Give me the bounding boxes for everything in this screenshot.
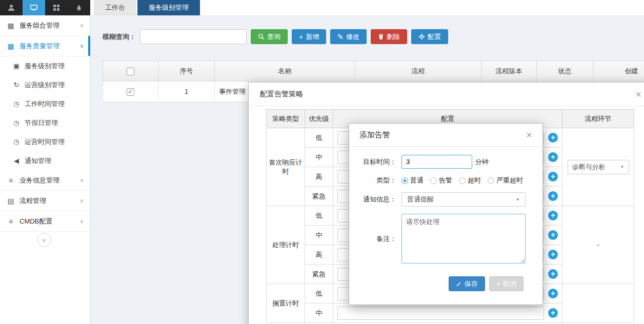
priority-cell: 低: [305, 128, 333, 148]
sidebar-item-working-time-mgmt[interactable]: ◷ 工作时间管理: [0, 94, 90, 113]
user-icon[interactable]: [0, 0, 23, 15]
add-alert-plus-icon[interactable]: +: [548, 133, 558, 143]
sidebar-collapse-button[interactable]: «: [37, 233, 51, 247]
topbar: [0, 0, 90, 15]
notify-label: 通知信息：: [359, 195, 396, 204]
menu-label: 工作时间管理: [25, 99, 65, 109]
table-header-row: 序号 名称 流程 流程版本 状态 创建: [103, 61, 644, 82]
alert-modal-body: 目标时间： 分钟 类型： 普通 告警: [349, 147, 542, 291]
radio-label: 超时: [468, 176, 481, 185]
toolbar: 模糊查询： 查询 + 新增 ✎ 修改 删除 配置: [103, 29, 448, 44]
menu-label: 节假日管理: [25, 118, 58, 128]
alert-modal-header: 添加告警 ×: [349, 124, 542, 147]
refresh-icon: ↻: [12, 81, 21, 89]
policy-header-step: 流程环节: [562, 110, 634, 128]
notify-select[interactable]: 普通提醒 ▼: [401, 192, 526, 207]
sidebar: ▦ 服务组合管理 ∨ ▦ 服务质量管理 ∨ ▣ 服务级别管理 ↻ 运营级别管理 …: [0, 15, 90, 324]
policy-group-label: 处理计时: [267, 206, 305, 284]
edit-button[interactable]: ✎ 修改: [330, 29, 367, 44]
priority-cell: 高: [305, 167, 333, 187]
sidebar-item-notification-mgmt[interactable]: ◀ 通知管理: [0, 151, 90, 170]
add-alert-plus-icon[interactable]: +: [548, 308, 558, 318]
priority-cell: 中: [305, 226, 333, 245]
add-alert-plus-icon[interactable]: +: [548, 250, 558, 259]
menu-label: 服务质量管理: [19, 42, 59, 51]
policy-group-label: 搁置计时: [267, 284, 305, 323]
tab-workbench[interactable]: 工作台: [94, 0, 136, 15]
water-drop-icon[interactable]: [68, 0, 90, 15]
close-icon: ×: [496, 280, 500, 288]
add-alert-plus-icon[interactable]: +: [548, 191, 558, 201]
sidebar-item-cmdb-config[interactable]: ≡ CMDB配置 ∨: [0, 211, 90, 232]
briefcase-icon: ▤: [6, 197, 15, 205]
header-checkbox-cell: [103, 61, 158, 82]
cancel-button[interactable]: × 取消: [489, 276, 524, 291]
radio-alert[interactable]: 告警: [430, 176, 452, 185]
target-time-input[interactable]: [401, 155, 472, 169]
tab-service-level[interactable]: 服务级别管理: [137, 0, 200, 15]
header-status: 状态: [537, 61, 593, 82]
monitor-icon[interactable]: [23, 0, 45, 15]
process-step-cell: [562, 284, 634, 323]
remark-textarea[interactable]: 请尽快处理: [401, 214, 526, 264]
add-alert-plus-icon[interactable]: +: [548, 211, 558, 220]
process-step-select[interactable]: 诊断与分析 ▼: [568, 160, 629, 174]
grid-icon: ▦: [6, 42, 15, 50]
screen-icon: ▣: [12, 62, 21, 70]
row-seq: 1: [158, 82, 215, 102]
delete-button[interactable]: 删除: [371, 29, 407, 44]
add-button[interactable]: + 新增: [292, 29, 326, 44]
policy-modal-header: 配置告警策略 ×: [249, 83, 644, 106]
alert-modal-title: 添加告警: [359, 130, 390, 140]
search-input[interactable]: [140, 29, 247, 44]
select-all-checkbox[interactable]: [127, 68, 134, 75]
menu-label: 运营级别管理: [25, 80, 65, 90]
list-icon: ≡: [6, 176, 15, 185]
sidebar-item-operation-time-mgmt[interactable]: ◷ 运营时间管理: [0, 132, 90, 151]
save-button[interactable]: ✓ 保存: [449, 276, 485, 291]
config-button[interactable]: 配置: [411, 29, 448, 44]
priority-cell: 紧急: [305, 187, 333, 206]
sidebar-item-process-mgmt[interactable]: ▤ 流程管理 ∨: [0, 191, 90, 211]
grid-icon: ▦: [6, 22, 15, 30]
header-created: 创建: [593, 61, 644, 82]
radio-severe-timeout[interactable]: 严重超时: [488, 176, 523, 185]
header-seq: 序号: [158, 61, 215, 82]
edit-button-label: 修改: [346, 32, 359, 42]
chevron-down-icon: ∨: [80, 43, 84, 49]
add-alert-plus-icon[interactable]: +: [548, 152, 558, 162]
sidebar-item-business-info[interactable]: ≡ 业务信息管理 ∨: [0, 170, 90, 191]
row-checkbox[interactable]: [127, 88, 134, 96]
sidebar-item-operation-level-mgmt[interactable]: ↻ 运营级别管理: [0, 75, 90, 94]
config-input[interactable]: [337, 307, 544, 320]
radio-label: 普通: [410, 176, 424, 185]
fuzzy-search-label: 模糊查询：: [103, 32, 136, 42]
priority-cell: 紧急: [305, 265, 333, 284]
radio-label: 严重超时: [496, 176, 523, 185]
radio-timeout[interactable]: 超时: [459, 176, 481, 185]
add-alert-plus-icon[interactable]: +: [548, 172, 558, 181]
add-alert-plus-icon[interactable]: +: [548, 230, 558, 240]
clock-icon: ◷: [12, 119, 21, 127]
sidebar-item-holiday-mgmt[interactable]: ◷ 节假日管理: [0, 113, 90, 132]
process-step-value: 诊断与分析: [572, 163, 606, 172]
radio-normal[interactable]: 普通: [401, 176, 424, 185]
policy-header-type: 策略类型: [267, 110, 305, 128]
sidebar-item-service-level-mgmt[interactable]: ▣ 服务级别管理: [0, 56, 90, 75]
sidebar-item-service-portfolio[interactable]: ▦ 服务组合管理 ∨: [0, 15, 90, 36]
delete-button-label: 删除: [387, 32, 400, 42]
add-alert-plus-icon[interactable]: +: [548, 269, 558, 279]
chevron-down-icon: ∨: [80, 23, 84, 28]
alert-modal-buttons: ✓ 保存 × 取消: [359, 276, 524, 291]
close-icon[interactable]: ×: [635, 89, 641, 99]
grid-apps-icon[interactable]: [45, 0, 68, 15]
clock-icon: ◷: [12, 138, 21, 146]
radio-selected-icon: [401, 177, 408, 184]
header-version: 流程版本: [481, 61, 537, 82]
clock-icon: ◷: [12, 100, 21, 108]
query-button[interactable]: 查询: [251, 29, 288, 44]
sidebar-item-service-quality[interactable]: ▦ 服务质量管理 ∨: [0, 36, 90, 56]
close-icon[interactable]: ×: [526, 130, 532, 140]
add-alert-plus-icon[interactable]: +: [548, 289, 558, 298]
caret-down-icon: ▼: [516, 197, 520, 202]
